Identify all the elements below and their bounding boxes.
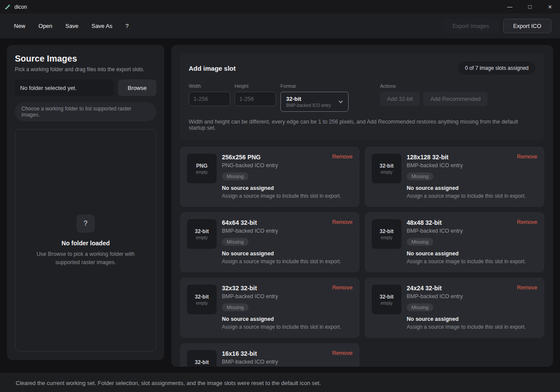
- remove-slot-button[interactable]: Remove: [517, 285, 537, 291]
- slot-title: 256x256 PNG: [222, 154, 261, 161]
- slot-thumbnail: 32-bit empty: [187, 350, 217, 367]
- menu-item-save-as[interactable]: Save As: [91, 23, 112, 29]
- image-slot-card[interactable]: PNG empty 256x256 PNG Remove PNG-backed …: [180, 147, 360, 207]
- remove-slot-button[interactable]: Remove: [517, 154, 537, 160]
- slot-hint-text: Assign a source image to include this sl…: [407, 258, 537, 265]
- height-input[interactable]: [235, 92, 276, 106]
- menu-bar: New Open Save Save As ? Export Images Ex…: [0, 14, 560, 38]
- source-panel-subtitle: Pick a working folder and drag files int…: [15, 66, 156, 72]
- menu-item-save[interactable]: Save: [66, 23, 79, 29]
- folder-hint-pill: Choose a working folder to list supporte…: [15, 102, 156, 121]
- status-bar: Cleared the current working set. Folder …: [0, 373, 560, 392]
- remove-slot-button[interactable]: Remove: [332, 219, 353, 225]
- image-slot-card[interactable]: 32-bit empty 48x48 32-bit Remove BMP-bac…: [365, 212, 544, 272]
- slot-status-text: No source assigned: [222, 251, 353, 257]
- image-slot-card[interactable]: 32-bit empty 128x128 32-bit Remove BMP-b…: [365, 147, 544, 207]
- width-label: Width: [189, 83, 230, 89]
- missing-badge: Missing: [407, 303, 433, 311]
- add-32bit-button[interactable]: Add 32-bit: [380, 92, 420, 106]
- slot-hint-text: Assign a source image to include this sl…: [407, 324, 537, 330]
- slot-title: 24x24 32-bit: [407, 285, 442, 292]
- browse-button[interactable]: Browse: [118, 79, 156, 96]
- thumb-empty-label: empty: [380, 170, 392, 175]
- format-subtitle: BMP-backed ICO entry: [286, 103, 331, 108]
- height-label: Height: [235, 83, 276, 89]
- window-title: dicon: [14, 4, 27, 10]
- add-recommended-button[interactable]: Add Recommended: [423, 92, 487, 106]
- status-message: Cleared the current working set. Folder …: [16, 380, 321, 386]
- image-slot-card[interactable]: 32-bit empty 16x16 32-bit Remove BMP-bac…: [180, 343, 360, 367]
- slot-subtitle: BMP-backed ICO entry: [407, 293, 537, 299]
- format-value: 32-bit: [286, 96, 331, 102]
- missing-badge: Missing: [222, 303, 249, 311]
- close-icon[interactable]: ✕: [540, 0, 560, 14]
- slot-status-text: No source assigned: [407, 316, 537, 322]
- thumb-empty-label: empty: [196, 366, 207, 367]
- slot-title: 48x48 32-bit: [407, 219, 442, 226]
- slot-thumbnail: 32-bit empty: [187, 219, 217, 249]
- width-input[interactable]: [189, 92, 230, 106]
- add-slot-title: Add image slot: [189, 65, 236, 72]
- empty-state-title: No folder loaded: [62, 240, 110, 247]
- slot-thumbnail: PNG empty: [187, 154, 217, 183]
- source-panel-title: Source Images: [15, 54, 156, 64]
- slot-thumbnail: 32-bit empty: [372, 285, 401, 314]
- menu-item-help[interactable]: ?: [125, 23, 128, 29]
- remove-slot-button[interactable]: Remove: [517, 219, 537, 225]
- thumb-empty-label: empty: [196, 170, 207, 175]
- menu-item-open[interactable]: Open: [38, 23, 52, 29]
- slot-subtitle: BMP-backed ICO entry: [222, 228, 353, 234]
- add-image-slot-card: Add image slot 0 of 7 image slots assign…: [180, 54, 544, 140]
- slot-status-text: No source assigned: [222, 185, 353, 191]
- missing-badge: Missing: [222, 238, 249, 246]
- image-slot-card[interactable]: 32-bit empty 24x24 32-bit Remove BMP-bac…: [365, 278, 544, 338]
- remove-slot-button[interactable]: Remove: [332, 285, 353, 291]
- thumb-format-label: 32-bit: [380, 163, 394, 169]
- slot-title: 64x64 32-bit: [222, 219, 257, 226]
- slot-hint-text: Assign a source image to include this sl…: [222, 258, 353, 265]
- export-slots-panel[interactable]: Add image slot 0 of 7 image slots assign…: [171, 45, 553, 367]
- format-select[interactable]: 32-bit BMP-backed ICO entry: [280, 92, 349, 112]
- main-content: Source Images Pick a working folder and …: [0, 38, 560, 373]
- add-slot-help-text: Width and height can be different, every…: [189, 119, 536, 131]
- thumb-empty-label: empty: [380, 235, 392, 240]
- thumb-format-label: 32-bit: [380, 294, 394, 300]
- missing-badge: Missing: [222, 172, 249, 180]
- thumb-format-label: PNG: [196, 163, 207, 169]
- image-slot-card[interactable]: 32-bit empty 64x64 32-bit Remove BMP-bac…: [180, 212, 360, 272]
- export-ico-button[interactable]: Export ICO: [503, 19, 551, 33]
- title-bar: dicon — □ ✕: [0, 0, 560, 14]
- app-brush-icon: [4, 3, 11, 10]
- missing-badge: Missing: [407, 172, 433, 180]
- remove-slot-button[interactable]: Remove: [332, 350, 353, 356]
- slot-hint-text: Assign a source image to include this sl…: [222, 193, 353, 199]
- slot-thumbnail: 32-bit empty: [187, 285, 217, 314]
- thumb-format-label: 32-bit: [195, 359, 209, 365]
- empty-state-text: Use Browse to pick a working folder with…: [31, 250, 140, 267]
- menu-item-new[interactable]: New: [14, 23, 25, 29]
- slot-title: 32x32 32-bit: [222, 285, 257, 292]
- missing-badge: Missing: [407, 238, 433, 246]
- slot-hint-text: Assign a source image to include this sl…: [222, 324, 353, 330]
- thumb-format-label: 32-bit: [195, 228, 209, 234]
- minimize-icon[interactable]: —: [500, 0, 520, 14]
- slot-subtitle: PNG-backed ICO entry: [222, 162, 353, 168]
- image-slot-card[interactable]: 32-bit empty 32x32 32-bit Remove BMP-bac…: [180, 278, 360, 338]
- actions-label: Actions: [380, 83, 487, 89]
- slot-status-text: No source assigned: [407, 185, 537, 191]
- slot-title: 16x16 32-bit: [222, 350, 257, 357]
- slot-title: 128x128 32-bit: [407, 154, 449, 161]
- slot-status-text: No source assigned: [407, 251, 537, 257]
- slot-subtitle: BMP-backed ICO entry: [407, 162, 537, 168]
- question-mark-icon: ?: [76, 214, 95, 233]
- thumb-format-label: 32-bit: [195, 294, 209, 300]
- slot-subtitle: BMP-backed ICO entry: [407, 228, 537, 234]
- folder-path-field[interactable]: [15, 79, 114, 96]
- maximize-icon[interactable]: □: [520, 0, 540, 14]
- thumb-empty-label: empty: [196, 235, 207, 240]
- thumb-empty-label: empty: [380, 301, 392, 306]
- source-images-panel: Source Images Pick a working folder and …: [7, 45, 164, 360]
- slot-subtitle: BMP-backed ICO entry: [222, 359, 353, 365]
- remove-slot-button[interactable]: Remove: [332, 154, 353, 160]
- export-images-button[interactable]: Export Images: [443, 19, 499, 33]
